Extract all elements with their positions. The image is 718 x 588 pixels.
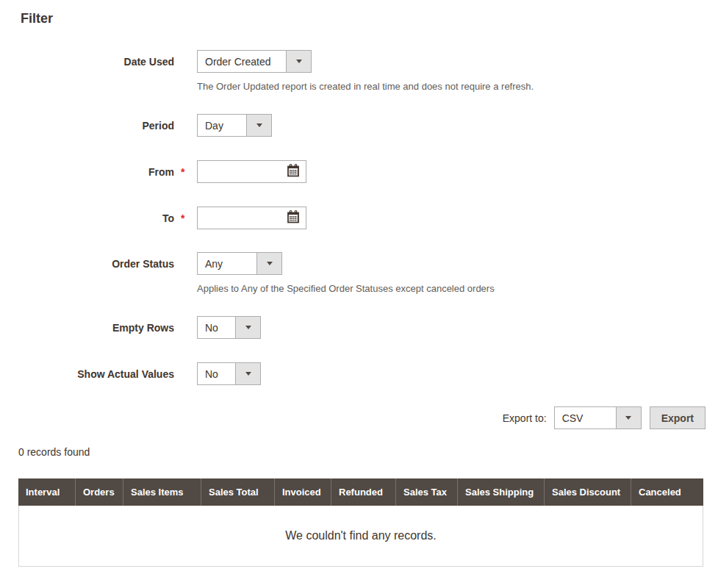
from-date-input[interactable] [198, 161, 281, 182]
show-actual-values-select[interactable]: No [197, 362, 261, 385]
date-used-label: Date Used [0, 56, 174, 68]
column-header-canceled[interactable]: Canceled [631, 478, 703, 506]
export-format-select[interactable]: CSV [554, 406, 642, 429]
form-row-order-status: Order Status Any [0, 252, 282, 275]
order-status-select[interactable]: Any [197, 252, 282, 275]
show-actual-values-label: Show Actual Values [0, 368, 174, 380]
chevron-down-icon [256, 253, 281, 274]
order-status-label: Order Status [0, 258, 174, 270]
empty-records-message: We couldn't find any records. [285, 529, 437, 542]
chevron-down-icon [235, 317, 260, 338]
order-status-note: Applies to Any of the Specified Order St… [197, 283, 495, 294]
to-date-input[interactable] [198, 207, 281, 229]
chevron-down-icon [616, 407, 641, 429]
to-date-field [197, 207, 306, 229]
select-value: Order Created [198, 51, 286, 72]
grid-header-row: Interval Orders Sales Items Sales Total … [18, 478, 703, 506]
chevron-down-icon [246, 115, 271, 136]
calendar-icon [286, 209, 301, 226]
column-header-invoiced[interactable]: Invoiced [274, 478, 331, 506]
page-title: Filter [21, 11, 53, 26]
from-calendar-button[interactable] [281, 161, 306, 182]
column-header-sales-shipping[interactable]: Sales Shipping [457, 478, 544, 506]
from-date-field [197, 160, 306, 183]
column-header-sales-items[interactable]: Sales Items [123, 478, 201, 506]
chevron-down-icon [286, 51, 311, 72]
select-value: Any [198, 253, 256, 274]
column-header-refunded[interactable]: Refunded [331, 478, 395, 506]
column-header-interval[interactable]: Interval [18, 478, 75, 506]
to-calendar-button[interactable] [281, 207, 306, 229]
empty-rows-select[interactable]: No [197, 316, 261, 339]
form-row-from: From * [0, 160, 306, 183]
column-header-sales-tax[interactable]: Sales Tax [395, 478, 457, 506]
form-row-date-used: Date Used Order Created [0, 50, 312, 73]
from-label: From [0, 166, 174, 178]
period-label: Period [0, 120, 174, 132]
calendar-icon [286, 163, 301, 180]
grid-empty-row: We couldn't find any records. [18, 506, 703, 567]
form-row-to: To * [0, 207, 306, 229]
column-header-sales-total[interactable]: Sales Total [201, 478, 274, 506]
form-row-empty-rows: Empty Rows No [0, 316, 261, 339]
export-button[interactable]: Export [650, 406, 706, 429]
export-row: Export to: CSV Export [503, 406, 706, 429]
required-marker: * [174, 212, 197, 224]
select-value: No [198, 363, 235, 384]
to-label: To [0, 212, 174, 224]
form-row-period: Period Day [0, 114, 272, 137]
select-value: CSV [555, 407, 616, 429]
required-marker: * [174, 166, 197, 178]
select-value: No [198, 317, 235, 338]
column-header-sales-discount[interactable]: Sales Discount [544, 478, 631, 506]
column-header-orders[interactable]: Orders [75, 478, 123, 506]
select-value: Day [198, 115, 246, 136]
empty-rows-label: Empty Rows [0, 322, 174, 334]
records-count: 0 records found [18, 446, 90, 458]
report-grid: Interval Orders Sales Items Sales Total … [18, 478, 703, 567]
period-select[interactable]: Day [197, 114, 272, 137]
form-row-show-actual-values: Show Actual Values No [0, 362, 261, 385]
chevron-down-icon [235, 363, 260, 384]
export-to-label: Export to: [503, 412, 547, 424]
filter-page: Filter Date Used Order Created The Order… [0, 0, 718, 588]
date-used-select[interactable]: Order Created [197, 50, 312, 73]
date-used-note: The Order Updated report is created in r… [197, 81, 534, 92]
